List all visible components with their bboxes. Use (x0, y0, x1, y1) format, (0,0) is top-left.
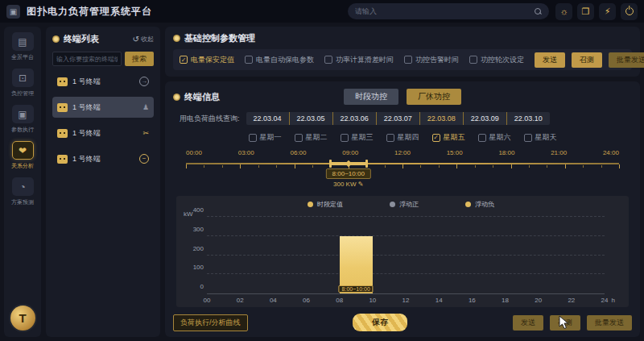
slider-tick-label: 15:00 (447, 149, 463, 156)
sidebar: ▤全景平台⊡负控管理▣参数执行❤关系分析◔方案预测 T (4, 27, 41, 337)
slider-tick (385, 165, 386, 168)
action-footer: 负荷执行/分析曲线 保存 发送召测批量发送 (173, 314, 632, 331)
terminal-search-button[interactable]: 搜索 (125, 52, 154, 66)
checkbox-box (249, 134, 257, 142)
weekday-checkbox[interactable]: ✓星期五 (432, 132, 465, 143)
edit-window-icon[interactable]: ❐ (577, 3, 594, 20)
weekday-checkbox[interactable]: 星期四 (386, 132, 419, 143)
slider-value-label: 300 KW (333, 181, 356, 188)
collapse-button[interactable]: ↺ 收起 (133, 35, 154, 44)
slider-tick (222, 165, 223, 168)
footer-召测-button[interactable]: 召测 (550, 315, 580, 331)
x-tick-label: 14 (436, 297, 443, 304)
param-button-group: 发送召测批量发送 (535, 52, 644, 68)
date-pill[interactable]: 22.03.05 (289, 112, 332, 125)
sidebar-item-param-exec[interactable]: ▣参数执行 (11, 105, 34, 134)
weekday-checkbox-group: 星期一星期二星期三星期四✓星期五星期六星期天 (173, 132, 632, 143)
checkbox-label: 功控告警时间 (415, 55, 459, 65)
scissors-icon: ✂ (142, 130, 149, 137)
global-search-input[interactable] (355, 7, 530, 15)
checkbox-box: ✓ (180, 56, 188, 64)
basic-params-title: 基础控制参数管理 (184, 32, 255, 44)
terminal-search-input[interactable] (52, 52, 122, 66)
weekday-checkbox[interactable]: 星期一 (249, 132, 282, 143)
terminal-search-row: 搜索 (52, 52, 154, 66)
legend-item[interactable]: 时段定值 (308, 200, 343, 209)
slider-tooltip: 8:00~10:00 300 KW ✎ (326, 164, 371, 188)
power-icon[interactable] (621, 3, 638, 20)
sidebar-item-label: 全景平台 (11, 53, 34, 61)
chart-bar[interactable]: 8:00~10:00 (340, 236, 373, 293)
terminal-label: 1 号终端 (72, 102, 101, 113)
tab-period-control[interactable]: 时段功控 (344, 89, 398, 105)
legend-item[interactable]: 浮动负 (465, 200, 494, 209)
slider-track[interactable] (186, 160, 619, 169)
legend-marker (390, 202, 395, 207)
weekday-checkbox[interactable]: 星期六 (478, 132, 511, 143)
bulb-icon[interactable]: ⚡ (599, 3, 616, 20)
terminal-list-item[interactable]: 1 号终端♟ (52, 97, 154, 118)
checkbox-label: 电量自动保电参数 (256, 55, 314, 65)
save-button[interactable]: 保存 (353, 314, 407, 331)
terminal-info-title: 终端信息 (184, 91, 220, 103)
legend-item[interactable]: 浮动正 (390, 200, 419, 209)
app-logo-icon: ▣ (6, 5, 20, 19)
param-checkbox[interactable]: ✓电量保安定值 (180, 55, 234, 65)
person-icon: ♟ (142, 104, 149, 111)
weekday-checkbox[interactable]: 星期三 (341, 132, 374, 143)
weekday-checkbox[interactable]: 星期天 (524, 132, 557, 143)
param-召测-button[interactable]: 召测 (572, 52, 602, 68)
slider-tick (186, 164, 187, 168)
sidebar-item-label: 关系分析 (11, 162, 34, 170)
slider-tick (583, 165, 584, 168)
param-checkbox[interactable]: 功控告警时间 (404, 55, 459, 65)
param-checkbox[interactable]: 功控轮次设定 (469, 55, 524, 65)
terminal-list-item[interactable]: 1 号终端→ (52, 71, 154, 92)
slider-tick-label: 12:00 (394, 149, 411, 156)
param-checkbox[interactable]: 电量自动保电参数 (245, 55, 314, 65)
date-pill[interactable]: 22.03.07 (376, 112, 419, 125)
weekday-checkbox[interactable]: 星期二 (295, 132, 328, 143)
terminal-list-item[interactable]: 1 号终端− (52, 148, 154, 169)
tab-factory-rest-control[interactable]: 厂休功控 (407, 89, 461, 105)
legend-label: 浮动正 (399, 200, 419, 209)
x-tick-label: 06 (303, 297, 310, 304)
search-icon[interactable] (535, 8, 542, 15)
x-tick-label: 20 (535, 297, 542, 304)
terminal-icon (57, 129, 68, 138)
y-tick-label: 0 (186, 283, 204, 290)
sidebar-item-relation-analysis[interactable]: ❤关系分析 (11, 141, 34, 170)
slider-value-row: 300 KW ✎ (326, 181, 371, 188)
alarm-icon[interactable]: ☼ (555, 3, 572, 20)
sidebar-item-plan-forecast[interactable]: ◔方案预测 (11, 177, 34, 206)
checkbox-box (469, 56, 477, 64)
legend-label: 时段定值 (317, 200, 343, 209)
param-checkbox[interactable]: 功率计算滑差时间 (324, 55, 394, 65)
sidebar-item-label: 参数执行 (11, 126, 34, 134)
date-pill[interactable]: 22.03.08 (419, 112, 463, 125)
terminal-list-item[interactable]: 1 号终端✂ (52, 123, 154, 143)
checkbox-label: 星期一 (260, 132, 282, 143)
edit-pencil-icon[interactable]: ✎ (358, 181, 364, 188)
terminal-list: 1 号终端→1 号终端♟1 号终端✂1 号终端− (52, 71, 154, 174)
date-pill[interactable]: 22.03.09 (463, 112, 506, 125)
param-批量发送-button[interactable]: 批量发送 (609, 52, 644, 68)
x-tick-label: 10 (369, 297, 376, 304)
load-exec-curve-button[interactable]: 负荷执行/分析曲线 (173, 314, 248, 331)
footer-发送-button[interactable]: 发送 (513, 315, 543, 331)
date-pill[interactable]: 22.03.06 (332, 112, 376, 125)
sidebar-item-load-control[interactable]: ⊡负控管理 (11, 69, 34, 98)
date-pill[interactable]: 22.03.10 (506, 112, 550, 125)
checkbox-box (341, 134, 349, 142)
param-发送-button[interactable]: 发送 (535, 52, 565, 68)
control-mode-tabs: 时段功控 厂休功控 (344, 89, 461, 105)
x-tick-label: 02 (237, 297, 244, 304)
date-pill[interactable]: 22.03.04 (246, 112, 289, 125)
global-search[interactable] (348, 3, 549, 19)
x-tick-label: 12 (402, 297, 410, 304)
footer-批量发送-button[interactable]: 批量发送 (587, 315, 632, 331)
slider-tick (276, 165, 277, 168)
sidebar-item-panorama[interactable]: ▤全景平台 (11, 32, 34, 61)
slider-tick (619, 164, 620, 168)
checkbox-box (295, 134, 303, 142)
